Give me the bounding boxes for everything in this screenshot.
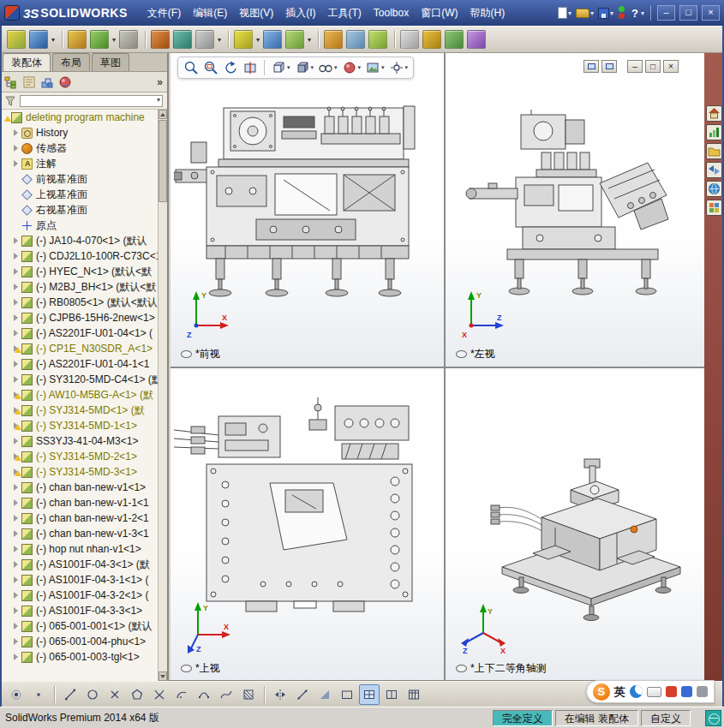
- menu-item[interactable]: 插入(I): [279, 3, 321, 22]
- assembly-features-icon[interactable]: [195, 30, 214, 49]
- reference-geometry-icon[interactable]: [234, 30, 253, 49]
- configurationmanager-icon[interactable]: [40, 75, 54, 89]
- tree-item[interactable]: (-) chan ban-new-v1-2<1: [0, 510, 158, 526]
- circle-tool-button[interactable]: [82, 684, 103, 705]
- close-button[interactable]: ×: [702, 5, 720, 21]
- document-minimize-button[interactable]: –: [627, 60, 643, 73]
- design-library-button[interactable]: [706, 124, 722, 140]
- featuremanager-tree-icon[interactable]: [4, 75, 18, 89]
- tree-item[interactable]: (-) chan ban-new-v1-1<1: [0, 495, 158, 510]
- filter-funnel-icon[interactable]: [4, 95, 16, 107]
- expand-arrow-icon[interactable]: [14, 145, 18, 152]
- expand-arrow-icon[interactable]: [14, 607, 18, 614]
- tree-item[interactable]: (-) CP1E_N30SDR_A<1>: [0, 341, 158, 356]
- section-view-button[interactable]: [242, 59, 259, 76]
- expand-arrow-icon[interactable]: [14, 222, 18, 229]
- expand-arrow-icon[interactable]: [14, 176, 18, 182]
- expand-arrow-icon[interactable]: [14, 314, 18, 321]
- tree-item[interactable]: (-) M2BJ_BH<1> (默认<默: [0, 279, 158, 295]
- expand-arrow-icon[interactable]: [14, 191, 18, 198]
- expand-arrow-icon[interactable]: [14, 484, 18, 491]
- tree-item[interactable]: 右视基准面: [0, 202, 158, 218]
- mate-icon[interactable]: [68, 30, 87, 49]
- menu-item[interactable]: 窗口(W): [415, 3, 464, 22]
- spline-tool-button[interactable]: [216, 684, 236, 705]
- corner-tool-button[interactable]: [314, 684, 335, 705]
- expand-arrow-icon[interactable]: [14, 653, 18, 660]
- expand-arrow-icon[interactable]: [14, 592, 18, 599]
- show-hidden-components-icon[interactable]: [173, 30, 192, 49]
- line-tool-button[interactable]: [60, 684, 81, 705]
- menu-item[interactable]: Toolbox: [368, 3, 415, 22]
- tree-item[interactable]: 原点: [0, 218, 158, 233]
- centerpoint-arc-tool-button[interactable]: [171, 684, 192, 705]
- previous-view-button[interactable]: [222, 59, 239, 76]
- expand-arrow-icon[interactable]: [14, 299, 18, 306]
- viewport-left-view[interactable]: Y Z X *左视: [446, 53, 704, 367]
- expand-arrow-icon[interactable]: [14, 206, 18, 213]
- expand-arrow-icon[interactable]: [14, 129, 18, 136]
- tree-item[interactable]: 上视基准面: [0, 187, 158, 202]
- panel-tab[interactable]: 草图: [92, 53, 129, 71]
- zoom-fit-button[interactable]: [182, 59, 200, 76]
- mass-properties-icon[interactable]: [445, 30, 464, 49]
- expand-arrow-icon[interactable]: [14, 268, 18, 275]
- window-cascade-button[interactable]: [601, 60, 617, 73]
- custom-status-button[interactable]: 自定义: [641, 710, 691, 726]
- expand-arrow-icon[interactable]: [14, 561, 18, 568]
- menu-item[interactable]: 文件(F): [141, 3, 187, 22]
- document-close-button[interactable]: ×: [663, 60, 679, 73]
- single-viewport-button[interactable]: [337, 684, 357, 705]
- new-document-button[interactable]: ▾: [558, 7, 571, 19]
- panel-tab[interactable]: 布局: [52, 53, 90, 71]
- tree-item[interactable]: (-) CJPB6-15H6-2new<1>: [0, 310, 158, 325]
- trim-tool-button[interactable]: [149, 684, 170, 705]
- two-viewport-button[interactable]: [381, 684, 402, 705]
- view-settings-button[interactable]: ▾: [388, 59, 410, 76]
- appearances-scenes-button[interactable]: [706, 181, 722, 197]
- ime-emoticon-icon[interactable]: [666, 686, 677, 697]
- save-button[interactable]: ▾: [598, 8, 613, 19]
- instant3d-icon[interactable]: [346, 30, 365, 49]
- tree-item[interactable]: (-) CDJ2L10-100R-C73C<1: [0, 248, 158, 264]
- viewport-isometric-view[interactable]: Y X Z *上下二等角轴测: [446, 368, 704, 681]
- table-tool-button[interactable]: [404, 684, 424, 705]
- expand-arrow-icon[interactable]: [14, 283, 18, 290]
- maximize-button[interactable]: □: [679, 5, 697, 21]
- bill-of-materials-icon[interactable]: [285, 30, 304, 49]
- menu-item[interactable]: 帮助(H): [464, 3, 512, 22]
- scroll-down-button[interactable]: [159, 671, 167, 681]
- expand-arrow-icon[interactable]: [14, 237, 18, 244]
- tree-item[interactable]: (-) AS2201F-U01-04-1<1: [0, 356, 158, 372]
- view-palette-button[interactable]: [706, 162, 722, 178]
- select-tool-button[interactable]: [6, 684, 27, 705]
- tree-item[interactable]: (-) AW10-M5BG-A<1> (默: [0, 387, 158, 403]
- displaymanager-icon[interactable]: [58, 75, 72, 89]
- expand-arrow-icon[interactable]: [14, 546, 18, 552]
- custom-properties-button[interactable]: [706, 200, 722, 216]
- insert-components-icon[interactable]: [29, 30, 48, 49]
- expand-arrow-icon[interactable]: [14, 160, 18, 167]
- soft-keyboard-icon[interactable]: [647, 687, 662, 697]
- tree-filter-input[interactable]: [20, 95, 163, 107]
- tree-item[interactable]: (-) 065-001-003-tgl<1>: [0, 649, 158, 665]
- tree-item[interactable]: (-) JA10-4-070<1> (默认: [0, 233, 158, 248]
- minimize-button[interactable]: –: [657, 5, 675, 21]
- interference-detection-icon[interactable]: [400, 30, 419, 49]
- tree-item[interactable]: SS3YJ3-41-04-M3<1>: [0, 433, 158, 449]
- view-orientation-button[interactable]: ▾: [270, 59, 291, 76]
- tree-item[interactable]: (-) chan ban-new-v1<1>: [0, 480, 158, 495]
- ime-toolbox-icon[interactable]: [681, 686, 692, 697]
- expand-arrow-icon[interactable]: [14, 515, 18, 522]
- tree-item[interactable]: (-) SYJ314-5MD<1> (默: [0, 403, 158, 418]
- apply-scene-button[interactable]: ▾: [364, 59, 386, 76]
- document-restore-button[interactable]: □: [645, 60, 661, 73]
- hatch-tool-button[interactable]: [238, 684, 259, 705]
- tree-item[interactable]: (-) RB0805<1> (默认<默认: [0, 295, 158, 310]
- expand-arrow-icon[interactable]: [14, 376, 18, 383]
- point-tool-button[interactable]: [28, 684, 49, 705]
- cross-tool-button[interactable]: [105, 684, 125, 705]
- tree-item[interactable]: (-) AS1001F-04-3<1> (默: [0, 557, 158, 572]
- expand-arrow-icon[interactable]: [14, 623, 18, 630]
- tree-item[interactable]: (-) AS1001F-04-3-2<1> (: [0, 588, 158, 603]
